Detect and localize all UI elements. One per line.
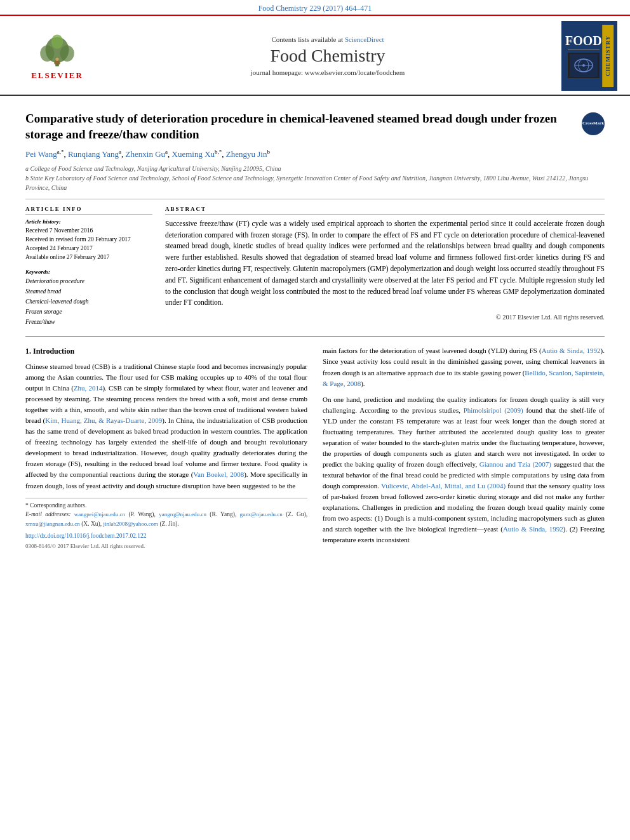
body-text-section: 1. Introduction Chinese steamed bread (C…	[25, 345, 605, 550]
keyword-3: Chemical-leavened dough	[25, 297, 152, 307]
svg-rect-6	[54, 61, 60, 65]
badge-graphic-icon	[570, 54, 598, 77]
available-date: Available online 27 February 2017	[25, 253, 152, 262]
email-guzx[interactable]: guzx@njau.edu.cn	[240, 511, 283, 517]
svg-point-3	[60, 45, 74, 62]
author-pei-wang[interactable]: Pei Wang	[25, 150, 57, 159]
journal-title-display: Food Chemistry	[102, 46, 554, 66]
food-chemistry-badge: FOOD CHEMISTRY	[561, 21, 617, 91]
title-area: CrossMark Comparative study of deteriora…	[25, 111, 605, 142]
cite-bellido2008[interactable]: Bellido, Scanlon, Sapirstein, & Page, 20…	[323, 369, 605, 387]
svg-point-11	[582, 64, 585, 67]
main-content: CrossMark Comparative study of deteriora…	[0, 96, 630, 561]
article-title: Comparative study of deterioration proce…	[25, 111, 605, 142]
svg-point-5	[55, 58, 59, 62]
crossmark-text: CrossMark	[582, 121, 604, 126]
cite-phimol2009[interactable]: Phimolsiripol (2009)	[464, 406, 523, 414]
journal-homepage: journal homepage: www.elsevier.com/locat…	[102, 69, 554, 76]
email-yangrq[interactable]: yangrq@njau.edu.cn	[159, 511, 206, 517]
cite-autio1992[interactable]: Autio & Sinda, 1992	[542, 347, 601, 354]
journal-header: ELSEVIER Contents lists available at Sci…	[0, 16, 630, 96]
article-info-title: ARTICLE INFO	[25, 206, 152, 215]
cite-giannou2007[interactable]: Giannou and Tzia (2007)	[479, 460, 551, 468]
email-xmxu[interactable]: xmxu@jiangnan.edu.cn	[25, 521, 80, 527]
abstract-text: Successive freeze/thaw (FT) cycle was a …	[165, 218, 605, 309]
cite-kim2009[interactable]: Kim, Huang, Zhu, & Rayas-Duarte, 2009	[45, 417, 162, 424]
affiliations: a College of Food Science and Technology…	[25, 164, 605, 192]
journal-ref: Food Chemistry 229 (2017) 464–471	[258, 4, 372, 13]
svg-point-2	[40, 45, 54, 62]
abstract-body: Successive freeze/thaw (FT) cycle was a …	[165, 220, 605, 307]
affil-b: b State Key Laboratory of Food Science a…	[25, 173, 605, 192]
keyword-1: Deterioration procedure	[25, 276, 152, 286]
intro-para3: On one hand, prediction and modeling the…	[323, 394, 605, 546]
keywords-title: Keywords:	[25, 269, 152, 275]
email-label: E-mail addresses:	[25, 511, 70, 517]
footnote-area: * Corresponding authors. E-mail addresse…	[25, 498, 307, 551]
issn-line: 0308-8146/© 2017 Elsevier Ltd. All right…	[25, 542, 307, 551]
email-wangpei[interactable]: wangpei@njau.edu.cn	[74, 511, 125, 517]
corresponding-note: * Corresponding authors.	[25, 501, 307, 510]
email-note: E-mail addresses: wangpei@njau.edu.cn (P…	[25, 510, 307, 529]
revised-date: Received in revised form 20 February 201…	[25, 235, 152, 244]
crossmark-badge[interactable]: CrossMark	[582, 112, 605, 135]
author-zhengyu-jin[interactable]: Zhengyu Jin	[226, 150, 267, 159]
section-divider	[25, 336, 605, 337]
keyword-2: Steamed bread	[25, 286, 152, 297]
svg-point-4	[51, 35, 63, 49]
elsevier-logo: ELSEVIER	[13, 31, 102, 81]
doi-line[interactable]: http://dx.doi.org/10.1016/j.foodchem.201…	[25, 531, 307, 541]
journal-header-right: FOOD CHEMISTRY	[554, 21, 617, 91]
intro-para2: main factors for the deterioration of ye…	[323, 345, 605, 389]
intro-heading: 1. Introduction	[25, 345, 307, 357]
divider-1	[25, 199, 605, 199]
affil-a: a College of Food Science and Technology…	[25, 164, 605, 173]
accepted-date: Accepted 24 February 2017	[25, 244, 152, 253]
cite-autio1992b[interactable]: Autio & Sinda, 1992	[503, 525, 563, 533]
cite-vulicevic2004[interactable]: Vulicevic, Abdel-Aal, Mittal, and Lu (20…	[381, 482, 506, 490]
cite-vanboekel2008[interactable]: Van Boekel, 2008	[193, 470, 244, 478]
received-date: Received 7 November 2016	[25, 226, 152, 235]
doi-link[interactable]: http://dx.doi.org/10.1016/j.foodchem.201…	[25, 533, 147, 539]
badge-food-text: FOOD	[565, 34, 602, 47]
page: Food Chemistry 229 (2017) 464–471 ELSEVI…	[0, 0, 630, 561]
keyword-5: Freeze/thaw	[25, 317, 152, 327]
elsevier-logo-area: ELSEVIER	[13, 31, 102, 81]
email-jinlab[interactable]: jinlab2008@yahoo.com	[103, 521, 158, 527]
history-title: Article history:	[25, 218, 152, 225]
author-zhenxin-gu[interactable]: Zhenxin Gu	[126, 150, 165, 159]
copyright-line: © 2017 Elsevier Ltd. All rights reserved…	[165, 314, 605, 321]
info-abstract-section: ARTICLE INFO Article history: Received 7…	[25, 206, 605, 328]
keywords-list: Deterioration procedure Steamed bread Ch…	[25, 276, 152, 328]
intro-title: Introduction	[33, 347, 74, 356]
badge-chemistry-text: CHEMISTRY	[602, 25, 613, 87]
elsevier-text: ELSEVIER	[31, 70, 83, 81]
elsevier-tree-icon	[35, 31, 79, 69]
journal-header-center: Contents lists available at ScienceDirec…	[102, 36, 554, 76]
sciencedirect-line: Contents lists available at ScienceDirec…	[102, 36, 554, 43]
body-col-left: 1. Introduction Chinese steamed bread (C…	[25, 345, 307, 550]
journal-top-bar: Food Chemistry 229 (2017) 464–471	[0, 0, 630, 16]
intro-number: 1.	[25, 347, 31, 356]
abstract-title: ABSTRACT	[165, 206, 605, 215]
keyword-4: Frozen storage	[25, 307, 152, 317]
authors-line: Pei Wanga,*, Runqiang Yanga, Zhenxin Gua…	[25, 149, 605, 159]
article-info-col: ARTICLE INFO Article history: Received 7…	[25, 206, 152, 328]
author-runqiang-yang[interactable]: Runqiang Yang	[68, 150, 119, 159]
body-col-right: main factors for the deterioration of ye…	[323, 345, 605, 550]
sciencedirect-link[interactable]: ScienceDirect	[345, 36, 384, 43]
author-xueming-xu[interactable]: Xueming Xu	[172, 150, 215, 159]
cite-zhu2014[interactable]: Zhu, 2014	[74, 384, 103, 392]
abstract-col: ABSTRACT Successive freeze/thaw (FT) cyc…	[165, 206, 605, 328]
intro-para1: Chinese steamed bread (CSB) is a traditi…	[25, 361, 307, 491]
